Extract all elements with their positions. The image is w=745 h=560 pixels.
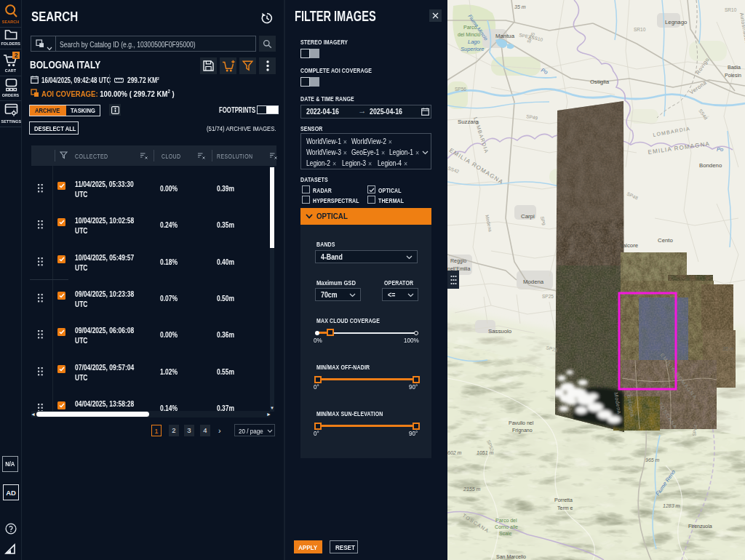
svg-text:Modena: Modena <box>523 279 544 285</box>
svg-text:35 m: 35 m <box>722 346 734 351</box>
svg-text:Pavullo nel: Pavullo nel <box>509 420 534 425</box>
svg-text:SP56: SP56 <box>455 87 466 92</box>
svg-text:602 m: 602 m <box>447 450 462 455</box>
svg-text:Reggio: Reggio <box>450 258 466 264</box>
svg-text:Bondeno: Bondeno <box>699 162 722 169</box>
svg-text:valcore: valcore <box>620 242 638 249</box>
svg-text:del Mincio: del Mincio <box>458 32 481 37</box>
svg-text:Carpi: Carpi <box>521 213 535 220</box>
svg-text:Corno alle: Corno alle <box>495 524 518 529</box>
svg-text:35 m: 35 m <box>514 4 526 9</box>
svg-text:Firenzuola: Firenzuola <box>688 524 712 529</box>
svg-text:965 m: 965 m <box>645 457 660 463</box>
svg-text:2: 2 <box>15 52 18 59</box>
svg-text:Sassuolo: Sassuolo <box>488 328 512 335</box>
svg-text:Po: Po <box>717 146 723 153</box>
svg-text:SP25: SP25 <box>542 294 554 299</box>
svg-text:Scale: Scale <box>499 531 512 536</box>
svg-text:Polesin: Polesin <box>725 73 741 78</box>
svg-text:San Marcello: San Marcello <box>496 554 526 559</box>
svg-text:Badia: Badia <box>728 65 741 70</box>
svg-text:Lago: Lago <box>468 39 480 45</box>
svg-text:Cento: Cento <box>658 237 673 244</box>
svg-text:Parco del: Parco del <box>495 518 517 523</box>
svg-text:2155 m: 2155 m <box>463 487 481 492</box>
svg-text:SR10: SR10 <box>634 27 646 32</box>
svg-text:Frignano: Frignano <box>512 428 533 433</box>
svg-text:Legnago: Legnago <box>665 19 688 25</box>
svg-text:Porretta: Porretta <box>554 497 573 503</box>
svg-text:SR10: SR10 <box>725 7 737 12</box>
svg-text:Term e: Term e <box>557 505 573 511</box>
svg-text:1283 m: 1283 m <box>663 503 680 508</box>
svg-text:Superiore: Superiore <box>461 46 485 52</box>
svg-text:Ostiglia: Ostiglia <box>590 79 610 85</box>
svg-text:Mantua: Mantua <box>495 33 515 39</box>
